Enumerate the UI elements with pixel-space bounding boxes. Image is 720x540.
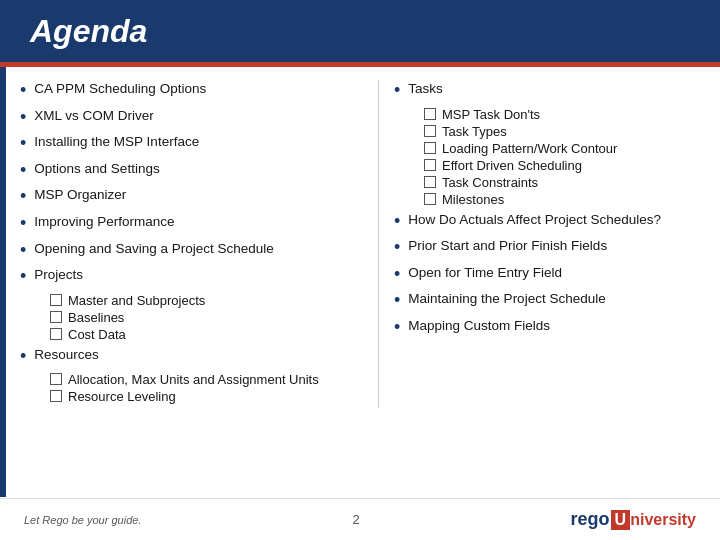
list-item: • How Do Actuals Affect Project Schedule… <box>394 211 700 233</box>
checkbox-icon <box>50 373 62 385</box>
checkbox-icon <box>50 328 62 340</box>
footer-page-number: 2 <box>352 512 359 527</box>
list-item: Loading Pattern/Work Contour <box>424 141 700 156</box>
bullet-icon: • <box>394 317 400 339</box>
bullet-icon: • <box>394 211 400 233</box>
list-item: • Options and Settings <box>20 160 363 182</box>
item-label: CA PPM Scheduling Options <box>34 80 206 98</box>
list-item: Task Constraints <box>424 175 700 190</box>
item-label: Installing the MSP Interface <box>34 133 199 151</box>
list-item: • Maintaining the Project Schedule <box>394 290 700 312</box>
logo-rego-text: rego <box>571 509 610 530</box>
bullet-icon: • <box>20 346 26 368</box>
bullet-icon: • <box>20 213 26 235</box>
list-item: MSP Task Don'ts <box>424 107 700 122</box>
list-item: • MSP Organizer <box>20 186 363 208</box>
logo-u-text: U <box>611 510 631 530</box>
footer-logo: rego University <box>571 509 696 530</box>
checkbox-icon <box>424 142 436 154</box>
list-item: Master and Subprojects <box>50 293 363 308</box>
list-item: • CA PPM Scheduling Options <box>20 80 363 102</box>
header: Agenda <box>0 0 720 62</box>
item-label: Resources <box>34 346 99 364</box>
checkbox-icon <box>424 193 436 205</box>
list-item: • Prior Start and Prior Finish Fields <box>394 237 700 259</box>
list-item: • Resources <box>20 346 363 368</box>
sub-item-label: Allocation, Max Units and Assignment Uni… <box>68 372 319 387</box>
bullet-icon: • <box>20 266 26 288</box>
right-column: • Tasks MSP Task Don'ts Task Types Loadi… <box>384 80 700 408</box>
item-label: Improving Performance <box>34 213 174 231</box>
list-item: • Opening and Saving a Project Schedule <box>20 240 363 262</box>
left-column: • CA PPM Scheduling Options • XML vs COM… <box>20 80 373 408</box>
sub-item-label: Resource Leveling <box>68 389 176 404</box>
list-item: Baselines <box>50 310 363 325</box>
sub-item-label: Effort Driven Scheduling <box>442 158 582 173</box>
checkbox-icon <box>50 390 62 402</box>
list-item: Task Types <box>424 124 700 139</box>
checkbox-icon <box>424 159 436 171</box>
item-label: Tasks <box>408 80 443 98</box>
list-item: • Projects <box>20 266 363 288</box>
item-label: Maintaining the Project Schedule <box>408 290 605 308</box>
left-accent-bar <box>0 67 6 497</box>
main-content: • CA PPM Scheduling Options • XML vs COM… <box>0 62 720 418</box>
list-item: Resource Leveling <box>50 389 363 404</box>
bullet-icon: • <box>20 80 26 102</box>
bullet-icon: • <box>394 80 400 102</box>
sub-item-label: Task Types <box>442 124 507 139</box>
sub-item-label: Task Constraints <box>442 175 538 190</box>
checkbox-icon <box>50 294 62 306</box>
item-label: Prior Start and Prior Finish Fields <box>408 237 607 255</box>
bullet-icon: • <box>20 240 26 262</box>
bullet-icon: • <box>20 186 26 208</box>
sub-item-label: Loading Pattern/Work Contour <box>442 141 617 156</box>
list-item: • Open for Time Entry Field <box>394 264 700 286</box>
page-title: Agenda <box>30 13 147 50</box>
footer-tagline: Let Rego be your guide. <box>24 514 141 526</box>
checkbox-icon <box>50 311 62 323</box>
item-label: Projects <box>34 266 83 284</box>
logo-niversity-text: niversity <box>630 511 696 529</box>
bullet-icon: • <box>394 290 400 312</box>
column-divider <box>378 80 379 408</box>
sub-item-label: Baselines <box>68 310 124 325</box>
checkbox-icon <box>424 125 436 137</box>
list-item: • Installing the MSP Interface <box>20 133 363 155</box>
bullet-icon: • <box>20 133 26 155</box>
tasks-subitems: MSP Task Don'ts Task Types Loading Patte… <box>424 107 700 207</box>
bullet-icon: • <box>394 264 400 286</box>
bullet-icon: • <box>20 160 26 182</box>
list-item: • XML vs COM Driver <box>20 107 363 129</box>
item-label: How Do Actuals Affect Project Schedules? <box>408 211 661 229</box>
bullet-icon: • <box>394 237 400 259</box>
item-label: Opening and Saving a Project Schedule <box>34 240 273 258</box>
list-item: • Tasks <box>394 80 700 102</box>
list-item: • Mapping Custom Fields <box>394 317 700 339</box>
list-item: • Improving Performance <box>20 213 363 235</box>
sub-item-label: MSP Task Don'ts <box>442 107 540 122</box>
checkbox-icon <box>424 176 436 188</box>
checkbox-icon <box>424 108 436 120</box>
item-label: MSP Organizer <box>34 186 126 204</box>
list-item: Cost Data <box>50 327 363 342</box>
footer: Let Rego be your guide. 2 rego Universit… <box>0 498 720 540</box>
list-item: Milestones <box>424 192 700 207</box>
header-accent-bar <box>0 62 720 67</box>
list-item: Allocation, Max Units and Assignment Uni… <box>50 372 363 387</box>
projects-subitems: Master and Subprojects Baselines Cost Da… <box>50 293 363 342</box>
resources-subitems: Allocation, Max Units and Assignment Uni… <box>50 372 363 404</box>
item-label: XML vs COM Driver <box>34 107 154 125</box>
sub-item-label: Master and Subprojects <box>68 293 205 308</box>
item-label: Mapping Custom Fields <box>408 317 550 335</box>
item-label: Options and Settings <box>34 160 159 178</box>
item-label: Open for Time Entry Field <box>408 264 562 282</box>
sub-item-label: Milestones <box>442 192 504 207</box>
bullet-icon: • <box>20 107 26 129</box>
list-item: Effort Driven Scheduling <box>424 158 700 173</box>
sub-item-label: Cost Data <box>68 327 126 342</box>
